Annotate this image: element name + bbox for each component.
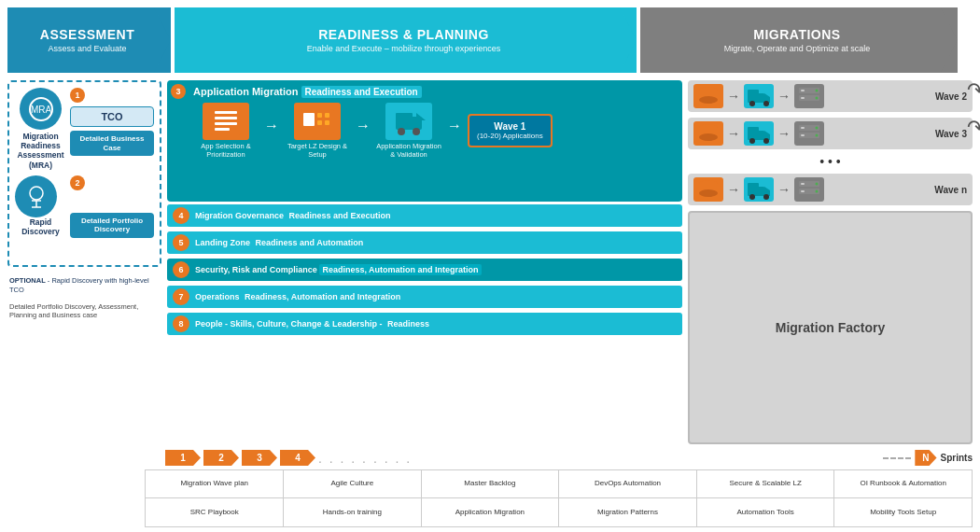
svg-point-49: [816, 134, 819, 137]
sprint-table: Migration Wave plan SRC Playbook Agile C…: [145, 469, 973, 527]
arrow-waven-2: →: [777, 182, 791, 197]
badge3: 3: [171, 84, 186, 99]
svg-point-63: [816, 190, 819, 193]
middle-panel: 3 Application Migration Readiness and Ex…: [167, 80, 682, 444]
cell-secure-lz: Secure & Scalable LZ: [697, 470, 834, 498]
sprint-label: Sprints: [941, 453, 973, 463]
badge6: 6: [173, 261, 189, 278]
sprint-col-4: DevOps Automation Migration Patterns: [559, 470, 697, 526]
curved-arrow-wave2: ↷: [967, 80, 980, 101]
svg-point-42: [749, 138, 755, 144]
svg-marker-21: [416, 113, 426, 120]
svg-rect-13: [317, 113, 322, 118]
svg-rect-40: [748, 127, 759, 133]
wave2-server-icon: [794, 84, 824, 108]
wave2-row: → → Wave 2 ↷: [688, 80, 973, 112]
cell-automation-tools: Automation Tools: [697, 498, 834, 526]
badge1: 1: [70, 88, 85, 103]
app-mig-content: App Selection & Prioritization → Target …: [193, 103, 677, 159]
badge7: 7: [173, 288, 189, 305]
sprint-table-container: Migration Wave plan SRC Playbook Agile C…: [7, 469, 973, 527]
svg-rect-59: [801, 183, 805, 185]
wave3-server-icon: [794, 121, 824, 146]
waven-server-icon: [794, 177, 824, 202]
tco-box: TCO: [70, 106, 154, 127]
tco-detail-col2: 2 Detailed Portfolio Discovery: [70, 175, 154, 238]
svg-rect-8: [215, 117, 237, 119]
cell-devops: DevOps Automation: [559, 470, 696, 498]
optional-text: OPTIONAL - Rapid Discovery with high-lev…: [9, 276, 160, 295]
svg-rect-31: [801, 90, 805, 91]
optional-section: OPTIONAL - Rapid Discovery with high-lev…: [7, 271, 161, 297]
svg-point-52: [699, 189, 718, 197]
wave1-title: Wave 1: [477, 121, 543, 132]
wave3-truck-icon: [744, 121, 774, 146]
row8-text: People - Skills, Culture, Change & Leade…: [195, 319, 432, 329]
content-row: MRA Migration Readiness Assessment (MRA)…: [7, 80, 973, 444]
sprint-2: 2: [203, 450, 239, 466]
cell-src-playbook: SRC Playbook: [146, 498, 283, 526]
header-row: ASSESSMENT Assess and Evaluate READINESS…: [7, 7, 973, 73]
step1-icon: [203, 103, 249, 140]
detail-portfolio: Detailed Portfolio Discovery: [70, 213, 154, 238]
main-container: ASSESSMENT Assess and Evaluate READINESS…: [0, 0, 980, 532]
svg-point-32: [816, 90, 819, 92]
badge3-container: 3: [171, 84, 186, 99]
app-migration-box: 3 Application Migration Readiness and Ex…: [167, 80, 682, 202]
sprint-col-6: OI Runbook & Automation Mobility Tools S…: [834, 470, 972, 526]
badge4: 4: [173, 207, 189, 224]
svg-rect-54: [748, 183, 759, 189]
detail-biz-case: Detailed Business Case: [70, 131, 154, 156]
row-operations: 7 Operations Readiness, Automation and I…: [167, 286, 682, 308]
app-mig-header-row: Application Migration Readiness and Exec…: [193, 86, 677, 97]
waven-label: Wave n: [934, 185, 967, 195]
step-app-migration: Application Migration & Validation: [376, 103, 441, 159]
mra-label: Migration Readiness Assessment (MRA): [15, 132, 66, 170]
sprint-4: 4: [280, 450, 315, 466]
wave3-row: → → Wave 3 ↷: [688, 118, 973, 149]
svg-rect-34: [801, 97, 805, 99]
migration-factory: Migration Factory: [688, 211, 973, 444]
row-migration-gov: 4 Migration Governance Readiness and Exe…: [167, 204, 682, 227]
waven-row: → → Wave n: [688, 174, 973, 205]
assessment-subtitle: Assess and Evaluate: [40, 44, 134, 53]
svg-rect-62: [801, 190, 805, 192]
wave1-sub: (10-20) Applications: [477, 132, 543, 140]
dashed-line: [883, 457, 911, 459]
app-mig-title: Application Migration: [193, 86, 298, 97]
header-readiness: READINESS & PLANNING Enable and Execute …: [175, 7, 637, 73]
tco-detail-col: 1 TCO Detailed Business Case: [70, 88, 154, 156]
step2-label: Target LZ Design & Setup: [285, 142, 350, 159]
step-target-lz: Target LZ Design & Setup: [285, 103, 350, 159]
arrow-wave3-1: →: [727, 126, 740, 141]
rapid-disc-label: Rapid Discovery: [15, 217, 66, 236]
svg-rect-16: [325, 120, 329, 125]
sprint-3: 3: [242, 450, 277, 466]
svg-rect-15: [317, 120, 322, 125]
detailed-desc: Detailed Portfolio Discovery, Assessment…: [7, 301, 161, 323]
svg-rect-7: [215, 111, 237, 114]
row-landing-zone: 5 Landing Zone Readiness and Automation: [167, 231, 682, 254]
badge2: 2: [70, 175, 85, 190]
svg-point-57: [763, 194, 769, 200]
right-panel: → → Wave 2 ↷ →: [688, 80, 973, 444]
arrow-wave3-2: →: [777, 126, 791, 141]
svg-point-46: [816, 127, 819, 130]
svg-rect-20: [396, 113, 413, 120]
cell-wave-plan: Migration Wave plan: [146, 470, 283, 498]
header-migrations: MIGRATIONS Migrate, Operate and Optimize…: [640, 7, 958, 73]
cell-agile: Agile Culture: [284, 470, 421, 498]
mra-icon: MRA: [20, 88, 62, 130]
svg-rect-12: [303, 113, 315, 126]
app-mig-header: Application Migration Readiness and Exec…: [193, 86, 677, 97]
cell-hands-on: Hands-on training: [284, 498, 421, 526]
tco-label: TCO: [75, 111, 149, 122]
row5-text: Landing Zone Readiness and Automation: [195, 238, 366, 247]
row4-text: Migration Governance Readiness and Execu…: [195, 211, 394, 220]
arrow1: →: [264, 118, 279, 134]
svg-point-35: [816, 97, 819, 100]
rapid-disc-icon: [15, 175, 57, 217]
waven-db-icon: [693, 177, 723, 202]
sprint-1: 1: [165, 450, 201, 466]
svg-rect-48: [801, 134, 805, 136]
